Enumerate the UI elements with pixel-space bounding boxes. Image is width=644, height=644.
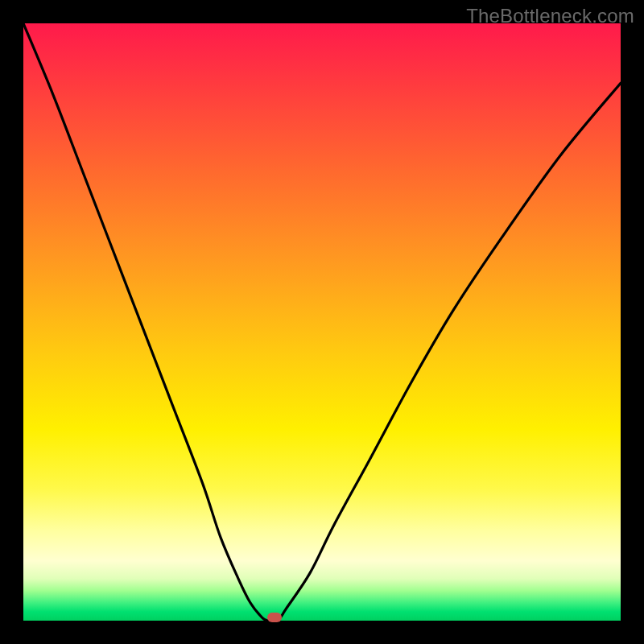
bottleneck-curve xyxy=(23,23,621,621)
watermark-text: TheBottleneck.com xyxy=(466,5,634,27)
chart-plot-area xyxy=(23,23,621,621)
optimal-point-marker xyxy=(267,613,282,622)
chart-frame: TheBottleneck.com xyxy=(0,0,644,644)
